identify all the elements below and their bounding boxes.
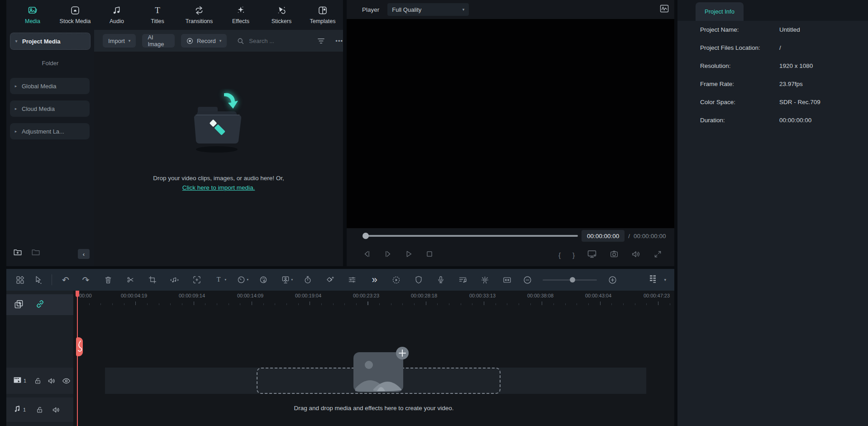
playhead-cap[interactable] xyxy=(76,291,79,297)
undo-icon[interactable]: ↶ xyxy=(57,276,75,284)
current-timecode[interactable]: 00:00:00:00 xyxy=(582,230,625,242)
fit-to-timeline-icon[interactable] xyxy=(496,275,518,285)
record-button[interactable]: Record ▾ xyxy=(181,34,227,48)
previous-frame-button[interactable] xyxy=(362,249,372,261)
playback-controls: { } xyxy=(347,244,674,266)
seek-handle[interactable] xyxy=(362,233,369,239)
keyframe-icon[interactable] xyxy=(319,275,341,285)
delete-folder-icon[interactable] xyxy=(31,247,41,259)
add-text-icon[interactable]: T▾ xyxy=(208,275,230,284)
collapse-sidebar-button[interactable]: ‹ xyxy=(78,249,90,259)
caret-down-icon: ▾ xyxy=(129,38,131,43)
zoom-slider-handle[interactable] xyxy=(570,277,575,282)
display-output-button[interactable] xyxy=(587,249,597,261)
auto-ripple-link-icon[interactable] xyxy=(35,299,45,311)
sidebar-item-adjustment-layer[interactable]: ▸ Adjustment La... xyxy=(10,123,90,139)
import-media-link[interactable]: Click here to import media. xyxy=(182,184,255,191)
import-button[interactable]: Import ▾ xyxy=(103,34,136,48)
new-folder-icon[interactable] xyxy=(13,247,23,259)
color-palette-icon[interactable] xyxy=(252,275,274,284)
audio-track-header[interactable]: 1 xyxy=(6,397,73,422)
svg-text:T: T xyxy=(155,5,160,15)
ruler-label: 00:00:28:18 xyxy=(411,293,437,298)
timer-icon[interactable] xyxy=(296,275,319,284)
track-manager-icon[interactable] xyxy=(648,273,658,286)
timeline-ruler[interactable]: 00:00 00:00:04:19 00:00:09:14 00:00:14:0… xyxy=(73,291,674,305)
playhead-line[interactable] xyxy=(77,291,78,426)
audio-icon xyxy=(96,4,138,17)
info-label: Duration: xyxy=(700,117,725,124)
sidebar-item-cloud-media[interactable]: ▸ Cloud Media xyxy=(10,101,90,117)
detach-audio-icon[interactable] xyxy=(163,275,186,285)
info-row-files-location: Project Files Location: / xyxy=(677,39,868,57)
timeline-toolbar: ↶ ↷ T▾ ▾ ▾ » xyxy=(6,269,674,291)
scopes-icon[interactable] xyxy=(659,3,670,16)
search-input[interactable] xyxy=(248,37,285,45)
zoom-out-icon[interactable] xyxy=(518,275,536,285)
more-options-icon[interactable]: ••• xyxy=(335,38,343,44)
tab-stickers[interactable]: Stickers xyxy=(261,4,302,24)
fullscreen-button[interactable] xyxy=(653,249,663,261)
sidebar-item-project-media[interactable]: ▾ Project Media xyxy=(10,33,91,50)
redo-icon[interactable]: ↷ xyxy=(75,276,97,284)
info-label: Color Space: xyxy=(700,99,735,105)
tab-project-info[interactable]: Project Info xyxy=(696,2,744,21)
search-box xyxy=(237,37,285,45)
select-tool-icon[interactable] xyxy=(29,275,47,285)
video-track-header[interactable]: 1 xyxy=(6,368,73,394)
info-value: / xyxy=(779,44,781,51)
seek-bar[interactable] xyxy=(363,235,578,237)
stop-button[interactable] xyxy=(424,249,434,261)
smart-reframe-icon[interactable] xyxy=(186,275,208,284)
tab-transitions[interactable]: Transitions xyxy=(178,4,220,24)
render-preview-icon[interactable] xyxy=(385,275,407,285)
adjustment-icon[interactable] xyxy=(341,275,363,284)
playhead-handle[interactable] xyxy=(76,337,83,356)
audio-stretch-icon[interactable] xyxy=(452,275,474,285)
copyright-shield-icon[interactable] xyxy=(407,275,429,284)
voiceover-mic-icon[interactable] xyxy=(429,275,452,284)
media-browser-icon[interactable] xyxy=(11,275,29,285)
tab-media[interactable]: Media xyxy=(12,4,53,24)
ai-portrait-icon[interactable]: ▾ xyxy=(274,275,296,284)
snapshot-camera-button[interactable] xyxy=(609,249,619,261)
play-button[interactable] xyxy=(404,249,414,261)
hide-track-icon[interactable] xyxy=(59,376,73,386)
volume-button[interactable] xyxy=(631,249,641,261)
add-clip-to-track-icon[interactable] xyxy=(14,299,24,311)
sidebar-item-global-media[interactable]: ▸ Global Media xyxy=(10,78,90,94)
split-scissors-icon[interactable] xyxy=(119,275,141,284)
beat-detection-icon[interactable] xyxy=(474,275,496,285)
info-row-resolution: Resolution: 1920 x 1080 xyxy=(677,57,868,75)
tab-titles[interactable]: T Titles xyxy=(137,4,178,24)
tab-effects[interactable]: Effects xyxy=(220,4,262,24)
filter-icon[interactable] xyxy=(317,37,325,45)
timeline-zoom-slider[interactable] xyxy=(543,279,597,281)
more-tools-icon[interactable]: » xyxy=(363,274,385,286)
delete-icon[interactable] xyxy=(97,275,119,284)
mark-out-button[interactable]: } xyxy=(572,251,575,259)
video-track-icon xyxy=(13,375,22,387)
track-header-top-row xyxy=(6,294,73,315)
mute-track-icon[interactable] xyxy=(45,376,59,386)
sidebar-item-label: Cloud Media xyxy=(22,105,55,112)
mark-in-button[interactable]: { xyxy=(558,251,561,259)
media-dropzone[interactable]: Drop your video clips, images, or audio … xyxy=(94,89,343,191)
speed-ramp-icon[interactable]: ▾ xyxy=(230,275,252,284)
mute-track-icon[interactable] xyxy=(48,405,65,415)
ai-image-button[interactable]: AI Image xyxy=(142,34,175,48)
track-manager-caret-icon[interactable]: ▾ xyxy=(664,278,666,282)
tab-templates[interactable]: Templates xyxy=(302,4,343,24)
lock-track-icon[interactable] xyxy=(31,406,48,414)
media-section: Media Stock Media Audio T Titles xyxy=(6,0,343,266)
lock-track-icon[interactable] xyxy=(30,377,45,385)
crop-icon[interactable] xyxy=(141,275,163,284)
tab-stock-media[interactable]: Stock Media xyxy=(54,4,96,24)
zoom-in-icon[interactable] xyxy=(603,275,621,285)
quality-dropdown[interactable]: Full Quality ▾ xyxy=(387,3,469,16)
tab-audio[interactable]: Audio xyxy=(96,4,138,24)
video-preview[interactable] xyxy=(347,19,674,228)
caret-right-icon: ▸ xyxy=(10,129,22,134)
next-frame-button[interactable] xyxy=(383,249,393,261)
timeline-tracks-area[interactable]: 00:00 00:00:04:19 00:00:09:14 00:00:14:0… xyxy=(73,291,674,426)
